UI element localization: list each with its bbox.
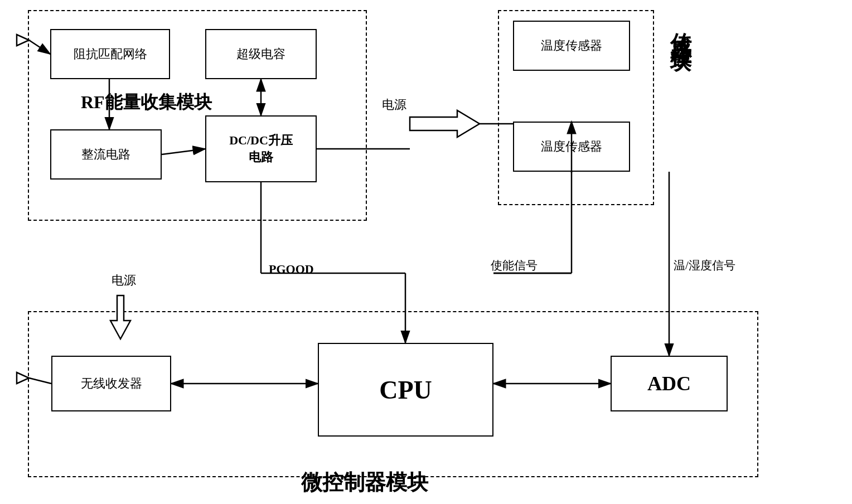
- rectifier-label: 整流电路: [81, 146, 130, 163]
- rectifier-box: 整流电路: [50, 129, 162, 180]
- adc-label: ADC: [647, 372, 691, 395]
- dcdc-box: DC/DC升压电路: [205, 115, 317, 182]
- wireless-box: 无线收发器: [51, 356, 171, 411]
- impedance-match-label: 阻抗匹配网络: [74, 46, 147, 62]
- temp-sensor1-box: 温度传感器: [513, 21, 630, 71]
- enable-label-text: 使能信号: [491, 259, 538, 272]
- rf-module-title: RF能量收集模块: [81, 90, 212, 115]
- super-capacitor-box: 超级电容: [205, 29, 317, 79]
- super-capacitor-label: 超级电容: [236, 46, 285, 62]
- power-arrow: [410, 110, 480, 137]
- cpu-box: CPU: [318, 343, 493, 437]
- mcu-module-title: 微控制器模块: [301, 468, 428, 497]
- diagram-container: 阻抗匹配网络 超级电容 整流电路 DC/DC升压电路 温度传感器 温度传感器 无…: [0, 0, 852, 504]
- pgood-label-text: PGOOD: [269, 262, 314, 276]
- temp-sensor1-label: 温度传感器: [541, 37, 602, 54]
- wireless-label: 无线收发器: [81, 375, 142, 392]
- temp-sensor2-label: 温度传感器: [541, 138, 602, 155]
- antenna-top-icon: [17, 35, 29, 46]
- power-label2-text: 电源: [112, 273, 136, 287]
- dcdc-label: DC/DC升压电路: [229, 132, 293, 166]
- adc-box: ADC: [611, 356, 728, 411]
- temp-sensor2-box: 温度传感器: [513, 122, 630, 172]
- power-label1-text: 电源: [382, 98, 406, 112]
- cpu-label: CPU: [379, 375, 432, 405]
- sensor-module-title: 传感器模块: [666, 16, 695, 38]
- impedance-match-box: 阻抗匹配网络: [50, 29, 170, 79]
- temp-humidity-label-text: 温/湿度信号: [674, 259, 735, 272]
- antenna-bottom-icon: [17, 372, 29, 384]
